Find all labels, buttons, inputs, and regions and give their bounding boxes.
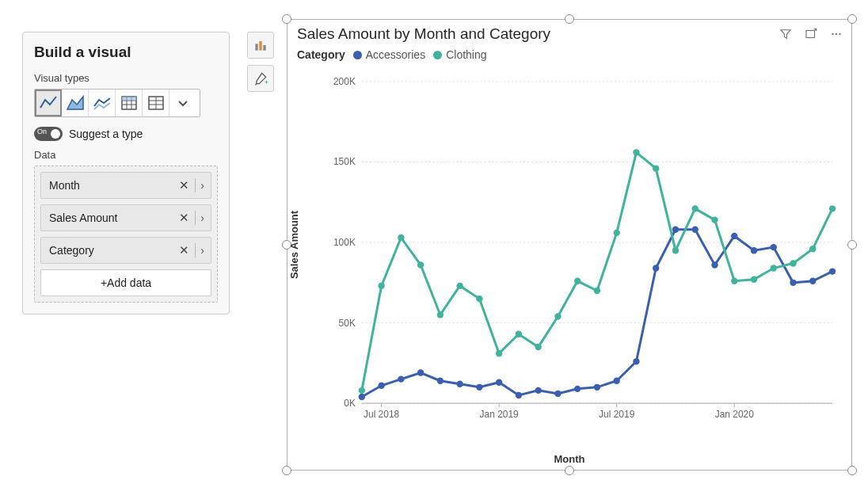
resize-handle[interactable] <box>847 466 857 475</box>
svg-point-69 <box>476 295 482 302</box>
svg-point-71 <box>516 331 522 337</box>
matrix-icon <box>147 93 166 112</box>
svg-point-59 <box>771 244 777 250</box>
svg-point-74 <box>574 278 581 284</box>
more-options-icon[interactable] <box>829 27 843 41</box>
data-label: Data <box>34 149 218 161</box>
filter-icon[interactable] <box>779 27 793 41</box>
svg-marker-0 <box>67 97 83 109</box>
svg-point-63 <box>359 387 365 394</box>
build-visual-panel: Build a visual Visual types On Suggest a… <box>22 32 230 314</box>
field-label: Sales Amount <box>49 212 177 224</box>
svg-point-76 <box>614 230 620 236</box>
remove-field-icon[interactable]: ✕ <box>177 243 190 257</box>
chart-visual-frame[interactable]: Sales Amount by Month and Category Categ… <box>287 19 852 471</box>
svg-rect-15 <box>806 31 815 38</box>
svg-text:+: + <box>265 78 268 86</box>
add-data-button[interactable]: +Add data <box>40 269 211 296</box>
chart-actions <box>779 27 843 41</box>
legend-item-clothing[interactable]: Clothing <box>433 48 486 61</box>
field-pill-category[interactable]: Category ✕ › <box>40 237 211 264</box>
remove-field-icon[interactable]: ✕ <box>177 178 190 192</box>
svg-text:200K: 200K <box>333 77 356 87</box>
field-pill-month[interactable]: Month ✕ › <box>40 172 211 199</box>
svg-point-42 <box>437 378 444 384</box>
visual-type-matrix[interactable] <box>143 90 169 116</box>
svg-text:50K: 50K <box>339 318 356 329</box>
visual-side-tools: + <box>247 32 274 92</box>
svg-point-44 <box>476 384 482 391</box>
legend-dot <box>433 51 442 59</box>
svg-point-86 <box>809 246 816 252</box>
svg-text:Jul 2019: Jul 2019 <box>599 409 635 420</box>
field-pill-sales-amount[interactable]: Sales Amount ✕ › <box>40 204 211 231</box>
svg-point-75 <box>594 288 600 294</box>
svg-point-56 <box>711 261 718 268</box>
svg-rect-12 <box>259 41 261 51</box>
visual-type-line-chart[interactable] <box>35 90 62 116</box>
visual-type-more-dropdown[interactable] <box>169 90 196 116</box>
panel-title: Build a visual <box>34 44 218 61</box>
paintbrush-icon: + <box>253 71 268 86</box>
legend-item-accessories[interactable]: Accessories <box>353 48 425 61</box>
data-well: Month ✕ › Sales Amount ✕ › Category ✕ › … <box>34 166 218 303</box>
legend-label: Clothing <box>446 48 486 61</box>
svg-point-38 <box>359 394 365 400</box>
svg-point-40 <box>398 375 404 382</box>
svg-point-43 <box>456 381 463 387</box>
svg-point-41 <box>417 369 424 375</box>
svg-point-82 <box>731 278 737 284</box>
chevron-right-icon[interactable]: › <box>200 212 204 224</box>
toggle-knob <box>51 129 60 139</box>
svg-point-53 <box>653 265 659 271</box>
svg-point-77 <box>633 149 639 155</box>
visual-type-area-chart[interactable] <box>62 90 89 116</box>
chevron-right-icon[interactable]: › <box>200 244 204 257</box>
svg-point-51 <box>614 378 620 384</box>
format-pane-button[interactable]: + <box>247 65 274 92</box>
svg-point-78 <box>653 165 659 171</box>
chevron-down-icon <box>173 93 192 112</box>
svg-point-65 <box>398 234 404 241</box>
svg-point-45 <box>496 379 502 386</box>
visual-type-table[interactable] <box>116 90 143 116</box>
separator <box>195 178 196 192</box>
svg-point-55 <box>692 227 699 233</box>
svg-text:150K: 150K <box>333 157 356 168</box>
svg-point-64 <box>378 283 384 289</box>
svg-point-48 <box>554 391 561 397</box>
svg-point-85 <box>790 260 796 266</box>
svg-rect-6 <box>122 97 136 101</box>
toggle-on-text: On <box>37 128 47 135</box>
fields-pane-button[interactable] <box>247 32 274 59</box>
resize-handle[interactable] <box>282 466 291 475</box>
remove-field-icon[interactable]: ✕ <box>177 211 190 225</box>
svg-point-50 <box>594 384 600 391</box>
area-chart-icon <box>66 93 85 112</box>
svg-point-46 <box>516 392 522 398</box>
resize-handle[interactable] <box>565 14 574 24</box>
resize-handle[interactable] <box>847 14 857 24</box>
svg-point-18 <box>839 33 840 35</box>
resize-handle[interactable] <box>565 466 574 475</box>
resize-handle[interactable] <box>847 240 857 250</box>
separator <box>195 211 196 225</box>
suggest-type-toggle[interactable]: On <box>34 127 63 141</box>
line-chart-icon <box>39 93 58 112</box>
svg-point-66 <box>417 261 424 268</box>
y-axis-label: Sales Amount <box>288 211 300 279</box>
svg-point-72 <box>535 344 541 350</box>
legend-dot <box>353 51 362 59</box>
column-chart-icon <box>253 37 268 53</box>
field-label: Month <box>49 179 177 192</box>
chevron-right-icon[interactable]: › <box>200 179 204 192</box>
visual-types-row <box>34 89 200 117</box>
focus-mode-icon[interactable] <box>804 27 818 41</box>
x-axis-label: Month <box>554 453 585 465</box>
svg-point-67 <box>437 311 444 318</box>
visual-type-stacked-area-chart[interactable] <box>89 90 116 116</box>
svg-text:Jan 2020: Jan 2020 <box>715 409 755 420</box>
resize-handle[interactable] <box>282 14 291 24</box>
suggest-type-label: Suggest a type <box>69 128 143 140</box>
plot-area: 0K50K100K150K200KJul 2018Jan 2019Jul 201… <box>326 77 840 425</box>
